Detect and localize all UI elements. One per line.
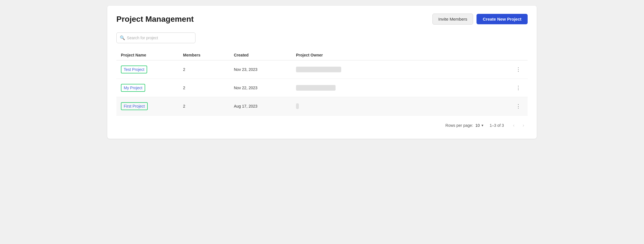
search-input[interactable]: [116, 32, 195, 43]
col-header-owner: Project Owner: [296, 53, 512, 57]
page-container: Project Management Invite Members Create…: [107, 6, 537, 139]
rows-per-page-label: Rows per page:: [445, 123, 473, 128]
cell-actions: ⋮: [512, 84, 523, 91]
project-name-link[interactable]: First Project: [121, 102, 148, 110]
cell-members: 2: [183, 104, 234, 108]
cell-members: 2: [183, 86, 234, 90]
cell-actions: ⋮: [512, 66, 523, 73]
table-body: Test Project 2 Nov 23, 2023 ⋮ My Project…: [116, 60, 528, 116]
page-title: Project Management: [116, 15, 194, 24]
pagination-next-button[interactable]: ›: [519, 121, 528, 130]
col-header-members: Members: [183, 53, 234, 57]
table-row: Test Project 2 Nov 23, 2023 ⋮: [116, 60, 528, 79]
rows-per-page: Rows per page: 10 ▼: [445, 123, 484, 128]
project-name-link[interactable]: Test Project: [121, 66, 147, 73]
rows-per-page-value: 10: [475, 123, 480, 128]
chevron-down-icon: ▼: [481, 124, 484, 127]
owner-placeholder: [296, 85, 336, 91]
cell-owner: [296, 103, 512, 109]
pagination-nav: ‹ ›: [510, 121, 528, 130]
cell-created: Nov 23, 2023: [234, 67, 296, 72]
cell-created: Nov 22, 2023: [234, 86, 296, 90]
search-wrapper: 🔍: [116, 32, 195, 43]
invite-members-button[interactable]: Invite Members: [432, 14, 473, 25]
project-name-cell: My Project: [121, 84, 183, 92]
page-header: Project Management Invite Members Create…: [116, 14, 528, 25]
pagination-info: 1–3 of 3: [489, 123, 504, 128]
row-menu-button[interactable]: ⋮: [514, 84, 523, 91]
col-header-name: Project Name: [121, 53, 183, 57]
header-actions: Invite Members Create New Project: [432, 14, 528, 25]
row-menu-button[interactable]: ⋮: [514, 66, 523, 73]
row-menu-button[interactable]: ⋮: [514, 103, 523, 110]
project-name-cell: First Project: [121, 102, 183, 110]
rows-per-page-select[interactable]: 10 ▼: [475, 123, 484, 128]
project-name-link[interactable]: My Project: [121, 84, 145, 92]
table-container: Project Name Members Created Project Own…: [116, 50, 528, 116]
pagination-container: Rows per page: 10 ▼ 1–3 of 3 ‹ ›: [116, 121, 528, 130]
owner-placeholder: [296, 67, 341, 72]
project-name-cell: Test Project: [121, 66, 183, 73]
search-container: 🔍: [116, 32, 528, 43]
create-new-project-button[interactable]: Create New Project: [477, 14, 528, 24]
cell-members: 2: [183, 67, 234, 72]
col-header-created: Created: [234, 53, 296, 57]
table-header: Project Name Members Created Project Own…: [116, 50, 528, 60]
cell-owner: [296, 85, 512, 91]
table-row: My Project 2 Nov 22, 2023 ⋮: [116, 79, 528, 97]
pagination-prev-button[interactable]: ‹: [510, 121, 518, 130]
owner-placeholder: [296, 103, 299, 109]
cell-actions: ⋮: [512, 103, 523, 110]
table-row: First Project 2 Aug 17, 2023 ⋮: [116, 97, 528, 116]
cell-created: Aug 17, 2023: [234, 104, 296, 108]
cell-owner: [296, 67, 512, 72]
